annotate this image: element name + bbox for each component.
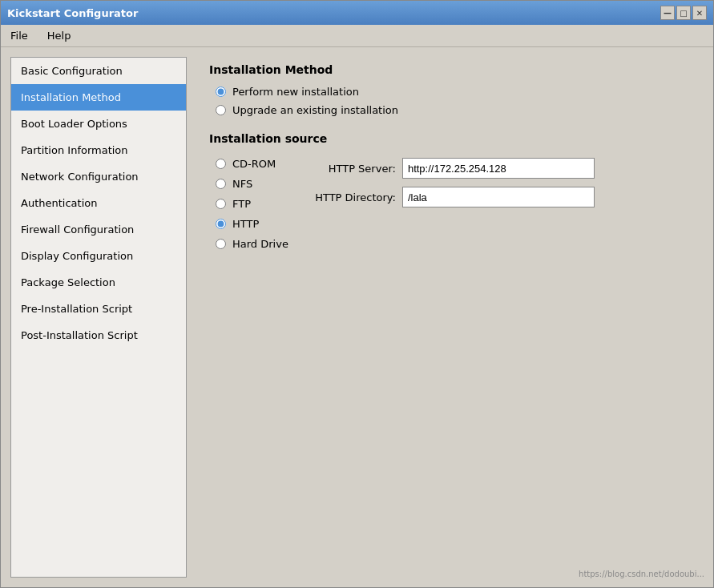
radio-nfs-input[interactable] (216, 179, 226, 189)
sidebar-item-network-configuration[interactable]: Network Configuration (11, 163, 186, 190)
sidebar: Basic Configuration Installation Method … (10, 57, 187, 578)
radio-new-install-input[interactable] (216, 87, 226, 97)
server-fields: HTTP Server: HTTP Directory: (308, 158, 595, 207)
maximize-button[interactable]: □ (676, 6, 691, 20)
sidebar-item-partition-information[interactable]: Partition Information (11, 137, 186, 163)
close-button[interactable]: ✕ (692, 6, 707, 20)
sidebar-item-package-selection[interactable]: Package Selection (11, 269, 186, 296)
http-directory-row: HTTP Directory: (308, 187, 595, 207)
radio-new-install-label: Perform new installation (232, 86, 359, 98)
radio-ftp-input[interactable] (216, 199, 226, 209)
sidebar-item-installation-method[interactable]: Installation Method (11, 84, 186, 111)
sidebar-item-boot-loader-options[interactable]: Boot Loader Options (11, 111, 186, 137)
sidebar-item-firewall-configuration[interactable]: Firewall Configuration (11, 216, 186, 243)
watermark: https://blog.csdn.net/dodoubi... (579, 570, 704, 578)
radio-nfs[interactable]: NFS (216, 178, 288, 190)
installation-source-title: Installation source (209, 132, 691, 145)
installation-method-options: Perform new installation Upgrade an exis… (209, 86, 691, 116)
radio-upgrade-input[interactable] (216, 105, 226, 115)
radio-ftp-label: FTP (232, 198, 251, 210)
radio-http[interactable]: HTTP (216, 218, 288, 230)
installation-source-section: Installation source CD-ROM NFS (209, 132, 691, 250)
radio-cdrom-input[interactable] (216, 159, 226, 169)
installation-method-title: Installation Method (209, 63, 691, 76)
source-radios: CD-ROM NFS FTP (209, 155, 288, 250)
radio-hard-drive-label: Hard Drive (232, 238, 288, 250)
menu-bar: File Help (1, 25, 713, 47)
http-directory-input[interactable] (402, 187, 595, 207)
radio-hard-drive[interactable]: Hard Drive (216, 238, 288, 250)
sidebar-item-post-installation-script[interactable]: Post-Installation Script (11, 322, 186, 348)
radio-http-label: HTTP (232, 218, 259, 230)
title-bar: Kickstart Configurator — □ ✕ (1, 1, 713, 25)
http-server-label: HTTP Server: (308, 163, 396, 175)
sidebar-item-display-configuration[interactable]: Display Configuration (11, 243, 186, 269)
content-area: Installation Method Perform new installa… (196, 57, 704, 578)
source-grid: CD-ROM NFS FTP (209, 155, 691, 250)
sidebar-item-basic-configuration[interactable]: Basic Configuration (11, 58, 186, 84)
radio-cdrom[interactable]: CD-ROM (216, 158, 288, 170)
window-title: Kickstart Configurator (7, 7, 138, 19)
radio-nfs-label: NFS (232, 178, 252, 190)
radio-upgrade[interactable]: Upgrade an existing installation (216, 104, 691, 116)
radio-upgrade-label: Upgrade an existing installation (232, 104, 398, 116)
sidebar-item-authentication[interactable]: Authentication (11, 190, 186, 216)
http-directory-label: HTTP Directory: (308, 191, 396, 203)
radio-hard-drive-input[interactable] (216, 239, 226, 249)
menu-file[interactable]: File (7, 28, 31, 43)
window-controls: — □ ✕ (660, 6, 707, 20)
radio-ftp[interactable]: FTP (216, 198, 288, 210)
menu-help[interactable]: Help (44, 28, 75, 43)
main-content: Basic Configuration Installation Method … (1, 47, 713, 587)
http-server-input[interactable] (402, 158, 595, 179)
radio-new-install[interactable]: Perform new installation (216, 86, 691, 98)
radio-cdrom-label: CD-ROM (232, 158, 276, 170)
radio-http-input[interactable] (216, 219, 226, 229)
http-server-row: HTTP Server: (308, 158, 595, 179)
minimize-button[interactable]: — (660, 6, 675, 20)
sidebar-item-pre-installation-script[interactable]: Pre-Installation Script (11, 296, 186, 322)
